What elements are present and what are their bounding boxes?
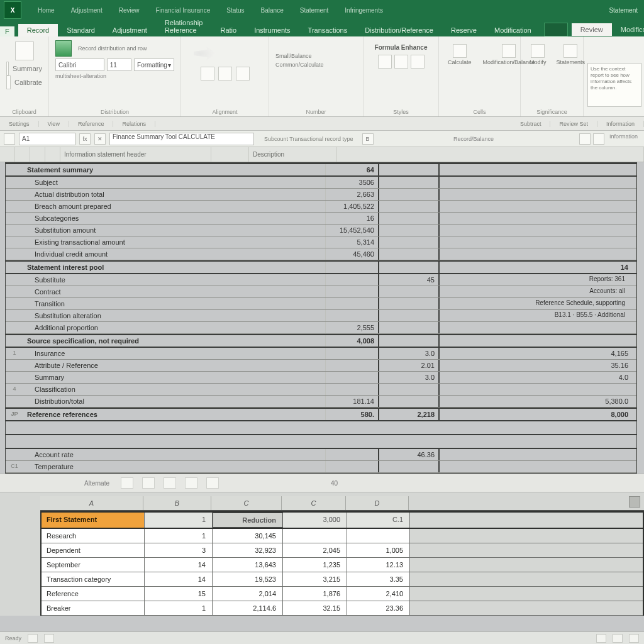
cell[interactable] bbox=[440, 449, 636, 460]
table-row[interactable]: Distribution/total181.145,380.0 bbox=[6, 396, 636, 408]
table-row[interactable]: Breaker12,114.632.1523.36 bbox=[42, 601, 643, 616]
cell[interactable] bbox=[440, 213, 636, 224]
table-row[interactable]: Substitution amount15,452,540 bbox=[6, 225, 636, 236]
cell[interactable]: 1,235 bbox=[283, 558, 347, 572]
col-letter[interactable]: A bbox=[40, 496, 143, 510]
subbar-item[interactable]: Information bbox=[597, 121, 644, 127]
table-row[interactable]: Attribute / Reference2.0135.16 bbox=[6, 360, 636, 372]
cell[interactable]: 12.13 bbox=[347, 558, 410, 572]
cell[interactable] bbox=[379, 286, 440, 297]
table-row[interactable]: Substitution alterationB13.1 · B55.5 · A… bbox=[6, 310, 636, 322]
cell[interactable]: 181.14 bbox=[325, 396, 379, 407]
align-right-icon[interactable] bbox=[236, 67, 250, 80]
cell[interactable] bbox=[283, 529, 347, 543]
cell[interactable]: 14 bbox=[145, 558, 213, 572]
cell[interactable]: 1,876 bbox=[283, 587, 347, 601]
table-row[interactable]: Existing transactional amount5,314 bbox=[6, 236, 636, 248]
cell[interactable]: 3.0 bbox=[379, 348, 440, 359]
tab-modification[interactable]: Modification bbox=[486, 24, 540, 36]
cell[interactable]: Reference bbox=[42, 587, 145, 601]
table-row[interactable]: September1413,6431,23512.13 bbox=[42, 558, 643, 572]
scroll-right-icon[interactable] bbox=[629, 496, 640, 508]
cell[interactable]: 1 bbox=[145, 601, 213, 615]
cell[interactable] bbox=[440, 225, 636, 236]
title-item[interactable]: Review bbox=[119, 7, 140, 14]
title-item[interactable]: Balance bbox=[261, 7, 284, 14]
subbar-item[interactable]: Relations bbox=[113, 121, 155, 127]
tab-relationship[interactable]: Relationship Reference bbox=[156, 16, 212, 36]
title-item[interactable]: Statement bbox=[300, 7, 329, 14]
cell[interactable]: 3506 bbox=[325, 177, 379, 188]
formula-input[interactable]: Finance Summary Tool CALCULATE bbox=[109, 133, 254, 145]
cell[interactable] bbox=[379, 461, 440, 472]
cell[interactable] bbox=[440, 322, 636, 333]
cell[interactable] bbox=[325, 298, 379, 309]
col-gutter[interactable] bbox=[45, 147, 60, 162]
cell[interactable] bbox=[325, 384, 379, 395]
cell[interactable]: 3.0 bbox=[379, 372, 440, 383]
cell[interactable] bbox=[379, 213, 440, 224]
cell[interactable] bbox=[440, 189, 636, 200]
cell[interactable] bbox=[440, 461, 636, 472]
cancel-icon[interactable]: ✕ bbox=[94, 133, 106, 145]
table-row[interactable]: Reference152,0141,8762,410 bbox=[42, 587, 643, 601]
tab-ratio[interactable]: Ratio bbox=[211, 24, 245, 36]
cell[interactable] bbox=[325, 310, 379, 321]
cell[interactable]: 1 bbox=[145, 529, 213, 543]
cell[interactable]: 4,165 bbox=[440, 348, 636, 359]
cell[interactable] bbox=[440, 384, 636, 395]
cell[interactable] bbox=[325, 461, 379, 472]
section-header[interactable]: Statement interest pool 14 bbox=[6, 260, 636, 274]
title-item[interactable]: Adjustment bbox=[71, 7, 103, 14]
cell[interactable]: Research bbox=[42, 529, 145, 543]
statements-button[interactable]: Statements bbox=[554, 43, 588, 67]
cell[interactable]: 46.36 bbox=[379, 449, 440, 460]
cell[interactable]: September bbox=[42, 558, 145, 572]
cell[interactable]: 13,643 bbox=[213, 558, 283, 572]
cell[interactable] bbox=[379, 189, 440, 200]
status-icon[interactable] bbox=[28, 634, 38, 643]
subbar-item[interactable]: View bbox=[39, 121, 69, 127]
cell[interactable]: 45,460 bbox=[325, 248, 379, 260]
cell[interactable]: Dependent bbox=[42, 543, 145, 557]
cell[interactable] bbox=[379, 225, 440, 236]
cell[interactable]: 2,014 bbox=[213, 587, 283, 601]
cell[interactable] bbox=[379, 236, 440, 248]
cell[interactable] bbox=[325, 274, 379, 286]
header-cell[interactable]: First Statement bbox=[42, 513, 145, 528]
cell[interactable] bbox=[379, 310, 440, 321]
lower-table[interactable]: First Statement 1 Reduction 3,000 C.1 Re… bbox=[40, 511, 644, 616]
cell[interactable]: 32.15 bbox=[283, 601, 347, 615]
status-icon[interactable] bbox=[44, 634, 54, 643]
expand-icon[interactable] bbox=[579, 133, 591, 145]
section-header[interactable]: Source specification, not required 4,008 bbox=[6, 334, 636, 348]
tool-icon[interactable] bbox=[164, 477, 176, 489]
midbar-label[interactable]: Alternate bbox=[82, 480, 112, 487]
cell[interactable]: 30,145 bbox=[213, 529, 283, 543]
fx-icon[interactable]: fx bbox=[79, 133, 91, 145]
align-left-icon[interactable] bbox=[201, 67, 214, 80]
cell[interactable]: 14 bbox=[145, 572, 213, 586]
style-cell-icon[interactable] bbox=[378, 55, 392, 69]
cell[interactable]: Transaction category bbox=[42, 572, 145, 586]
cell[interactable] bbox=[379, 298, 440, 309]
col-letter[interactable]: D bbox=[346, 496, 409, 510]
cell[interactable]: 3.35 bbox=[347, 572, 410, 586]
tool-icon[interactable] bbox=[121, 477, 133, 489]
cell[interactable]: 4.0 bbox=[440, 372, 636, 383]
preview-thumb-icon[interactable] bbox=[544, 23, 568, 36]
cell[interactable]: 2,663 bbox=[325, 189, 379, 200]
cell[interactable]: 16 bbox=[325, 213, 379, 224]
subbar-item[interactable]: Subtract bbox=[511, 121, 551, 127]
cell[interactable]: 2,114.6 bbox=[213, 601, 283, 615]
cell[interactable] bbox=[325, 360, 379, 371]
subbar-item[interactable]: Review Set bbox=[550, 121, 597, 127]
calculate-button[interactable]: Calculate bbox=[445, 43, 474, 67]
cell[interactable] bbox=[325, 372, 379, 383]
col-header[interactable]: Description bbox=[249, 147, 337, 162]
cell[interactable]: 23.36 bbox=[347, 601, 410, 615]
table-row[interactable]: 4Classification bbox=[6, 384, 636, 396]
tab-reserve[interactable]: Reserve bbox=[442, 24, 486, 36]
view-normal-icon[interactable] bbox=[596, 634, 606, 643]
table-row[interactable]: Account rate46.36 bbox=[6, 449, 636, 461]
